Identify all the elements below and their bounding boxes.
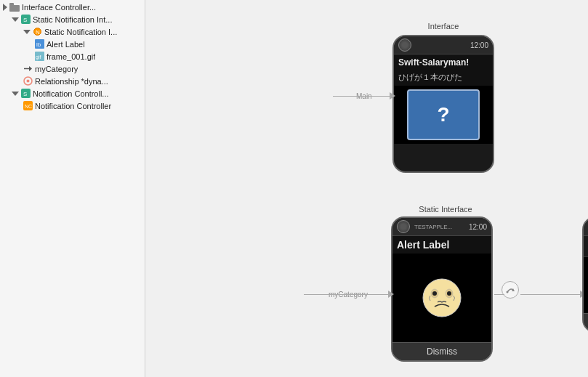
svg-text:N: N	[36, 29, 40, 36]
watch-top: 12:00 Swift-Salaryman! ひげが１本のびた ?	[392, 35, 494, 173]
face-area	[392, 254, 491, 342]
svg-point-18	[423, 279, 461, 317]
watch-top-header: 12:00	[394, 36, 493, 54]
sidebar-item-alert-label[interactable]: lb Alert Label	[0, 38, 145, 50]
static-time: 12:00	[469, 223, 487, 231]
svg-text:S: S	[23, 17, 27, 23]
compass-icon-static	[397, 220, 410, 233]
connector-line-left	[494, 294, 504, 295]
sidebar-item-gif[interactable]: gif frame_001.gif	[0, 50, 145, 62]
circle-connector	[502, 281, 519, 299]
watch-time: 12:00	[470, 41, 488, 49]
top-device-label: Interface	[396, 22, 491, 31]
notif-dismiss-button[interactable]: Dismiss	[584, 313, 588, 331]
sidebar: Interface Controller... S Static Notific…	[0, 0, 145, 377]
main-canvas: Interface 12:00 Swift-Salaryman! ひげが１本のび…	[145, 0, 588, 377]
notif-icon-row: N	[584, 236, 588, 257]
svg-point-21	[432, 291, 437, 296]
sidebar-label: frame_001.gif	[47, 52, 95, 61]
controller-icon: NC	[23, 101, 33, 110]
notif-header: TESTAPPLE... 12:00	[584, 218, 588, 236]
arrow-right-icon	[23, 64, 33, 73]
static-device-label: Static Interface	[398, 205, 493, 214]
watch-image-area: ?	[394, 86, 493, 144]
scene-icon: N	[33, 27, 42, 36]
static-app-text: TESTAPPLE...	[414, 224, 469, 230]
sidebar-label: Static Notification Int...	[33, 15, 112, 24]
sidebar-label: Alert Label	[47, 40, 85, 49]
face-image	[420, 276, 464, 320]
watch-notif: TESTAPPLE... 12:00 N Dismiss	[582, 216, 588, 333]
static-header: TESTAPPLE... 12:00	[392, 218, 491, 236]
sidebar-item-interface-controller[interactable]: Interface Controller...	[0, 1, 145, 13]
sidebar-item-static-notification[interactable]: S Static Notification Int...	[0, 13, 145, 25]
collapse-icon	[23, 30, 31, 34]
svg-text:lb: lb	[36, 41, 41, 48]
svg-text:NC: NC	[25, 104, 32, 109]
sidebar-item-relationship[interactable]: Relationship *dyna...	[0, 75, 145, 87]
svg-rect-0	[9, 5, 20, 12]
svg-point-13	[27, 80, 30, 83]
question-mark: ?	[437, 103, 449, 126]
notif-content	[584, 257, 588, 313]
label-icon: lb	[35, 39, 44, 49]
sidebar-label: myCategory	[35, 65, 78, 73]
sidebar-item-notif-controller[interactable]: S Notification Controll...	[0, 87, 145, 100]
sidebar-label: Interface Controller...	[22, 3, 96, 12]
sidebar-item-mycategory[interactable]: myCategory	[0, 62, 145, 75]
storyboard-notif-icon: S	[21, 89, 31, 98]
sidebar-label: Static Notification I...	[44, 28, 117, 36]
sidebar-label: Notification Controller	[35, 102, 111, 110]
relationship-icon	[23, 76, 33, 86]
gif-icon: gif	[35, 52, 44, 61]
sidebar-label: Notification Controll...	[33, 89, 109, 98]
alert-label-display: Alert Label	[392, 236, 491, 254]
collapse-icon	[12, 17, 19, 22]
svg-text:S: S	[23, 91, 27, 97]
main-arrow-line	[333, 96, 391, 97]
collapse-icon	[3, 4, 7, 11]
svg-point-22	[447, 291, 451, 296]
folder-icon	[9, 3, 20, 12]
storyboard-icon: S	[21, 15, 31, 24]
watch-title: Swift-Salaryman!	[394, 54, 493, 70]
sidebar-item-notif-controller-item[interactable]: NC Notification Controller	[0, 100, 145, 112]
compass-icon	[398, 38, 411, 52]
svg-text:gif: gif	[36, 54, 41, 60]
mycategory-arrow-head	[388, 291, 394, 298]
collapse-icon	[12, 92, 19, 96]
connector-line-right	[520, 294, 581, 295]
sidebar-item-static-notif-scene[interactable]: N Static Notification I...	[0, 25, 145, 38]
question-image: ?	[407, 89, 480, 140]
watch-static: TESTAPPLE... 12:00 Alert Label	[391, 216, 493, 362]
svg-point-23	[507, 291, 509, 293]
main-arrow-head	[390, 92, 395, 100]
static-dismiss-button[interactable]: Dismiss	[392, 342, 491, 360]
mycategory-arrow-line	[304, 294, 390, 295]
sidebar-label: Relationship *dyna...	[35, 77, 108, 86]
svg-rect-1	[9, 3, 14, 6]
svg-marker-11	[29, 66, 32, 71]
watch-subtitle: ひげが１本のびた	[394, 70, 493, 86]
